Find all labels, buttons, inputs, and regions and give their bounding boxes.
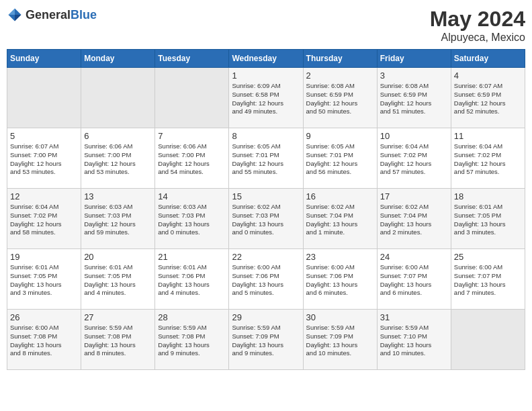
day-info: Sunrise: 6:05 AM Sunset: 7:01 PM Dayligh… <box>306 142 374 177</box>
day-info: Sunrise: 6:01 AM Sunset: 7:05 PM Dayligh… <box>454 203 522 237</box>
page-header: GeneralBlue May 2024 Alpuyeca, Mexico <box>7 7 525 44</box>
header-row: SundayMondayTuesdayWednesdayThursdayFrid… <box>7 50 525 68</box>
calendar-cell: 9Sunrise: 6:05 AM Sunset: 7:01 PM Daylig… <box>303 128 377 189</box>
day-info: Sunrise: 6:01 AM Sunset: 7:05 PM Dayligh… <box>10 263 78 298</box>
day-number: 14 <box>158 191 226 201</box>
week-row-2: 5Sunrise: 6:07 AM Sunset: 7:00 PM Daylig… <box>7 128 525 189</box>
day-info: Sunrise: 6:06 AM Sunset: 7:00 PM Dayligh… <box>158 142 226 177</box>
day-info: Sunrise: 6:08 AM Sunset: 6:59 PM Dayligh… <box>306 82 374 116</box>
calendar-cell: 17Sunrise: 6:02 AM Sunset: 7:04 PM Dayli… <box>377 189 451 249</box>
calendar-cell: 30Sunrise: 5:59 AM Sunset: 7:09 PM Dayli… <box>303 310 377 370</box>
calendar-cell: 11Sunrise: 6:04 AM Sunset: 7:02 PM Dayli… <box>451 128 525 189</box>
calendar-cell: 28Sunrise: 5:59 AM Sunset: 7:08 PM Dayli… <box>155 310 229 370</box>
day-number: 10 <box>380 131 448 141</box>
week-row-4: 19Sunrise: 6:01 AM Sunset: 7:05 PM Dayli… <box>7 249 525 310</box>
calendar-cell: 14Sunrise: 6:03 AM Sunset: 7:03 PM Dayli… <box>155 189 229 249</box>
day-info: Sunrise: 6:05 AM Sunset: 7:01 PM Dayligh… <box>232 142 300 177</box>
day-info: Sunrise: 6:00 AM Sunset: 7:06 PM Dayligh… <box>306 263 374 298</box>
calendar-cell: 27Sunrise: 5:59 AM Sunset: 7:08 PM Dayli… <box>81 310 155 370</box>
calendar-cell: 15Sunrise: 6:02 AM Sunset: 7:03 PM Dayli… <box>229 189 303 249</box>
day-number: 28 <box>158 312 226 322</box>
day-number: 7 <box>158 131 226 141</box>
day-info: Sunrise: 5:59 AM Sunset: 7:08 PM Dayligh… <box>158 324 226 358</box>
day-info: Sunrise: 6:02 AM Sunset: 7:04 PM Dayligh… <box>306 203 374 237</box>
header-day-thursday: Thursday <box>303 50 377 68</box>
day-info: Sunrise: 6:02 AM Sunset: 7:04 PM Dayligh… <box>380 203 448 237</box>
day-info: Sunrise: 5:59 AM Sunset: 7:10 PM Dayligh… <box>380 324 448 358</box>
calendar-cell: 26Sunrise: 6:00 AM Sunset: 7:08 PM Dayli… <box>7 310 81 370</box>
day-number: 31 <box>380 312 448 322</box>
calendar-cell: 20Sunrise: 6:01 AM Sunset: 7:05 PM Dayli… <box>81 249 155 310</box>
day-info: Sunrise: 6:03 AM Sunset: 7:03 PM Dayligh… <box>158 203 226 237</box>
calendar-cell <box>451 310 525 370</box>
day-number: 16 <box>306 191 374 201</box>
day-info: Sunrise: 6:07 AM Sunset: 6:59 PM Dayligh… <box>454 82 522 116</box>
day-info: Sunrise: 6:04 AM Sunset: 7:02 PM Dayligh… <box>454 142 522 177</box>
day-info: Sunrise: 6:07 AM Sunset: 7:00 PM Dayligh… <box>10 142 78 177</box>
day-number: 12 <box>10 191 78 201</box>
calendar-cell: 25Sunrise: 6:00 AM Sunset: 7:07 PM Dayli… <box>451 249 525 310</box>
day-number: 13 <box>84 191 152 201</box>
day-number: 20 <box>84 252 152 262</box>
calendar-cell: 19Sunrise: 6:01 AM Sunset: 7:05 PM Dayli… <box>7 249 81 310</box>
day-info: Sunrise: 6:02 AM Sunset: 7:03 PM Dayligh… <box>232 203 300 237</box>
day-number: 30 <box>306 312 374 322</box>
calendar-cell: 29Sunrise: 5:59 AM Sunset: 7:09 PM Dayli… <box>229 310 303 370</box>
day-number: 29 <box>232 312 300 322</box>
calendar-cell: 12Sunrise: 6:04 AM Sunset: 7:02 PM Dayli… <box>7 189 81 249</box>
day-number: 11 <box>454 131 522 141</box>
day-number: 4 <box>454 71 522 81</box>
day-info: Sunrise: 6:01 AM Sunset: 7:06 PM Dayligh… <box>158 263 226 298</box>
calendar-cell: 21Sunrise: 6:01 AM Sunset: 7:06 PM Dayli… <box>155 249 229 310</box>
day-number: 21 <box>158 252 226 262</box>
day-info: Sunrise: 6:04 AM Sunset: 7:02 PM Dayligh… <box>380 142 448 177</box>
day-number: 26 <box>10 312 78 322</box>
day-info: Sunrise: 6:00 AM Sunset: 7:06 PM Dayligh… <box>232 263 300 298</box>
week-row-1: 1Sunrise: 6:09 AM Sunset: 6:58 PM Daylig… <box>7 68 525 128</box>
calendar-cell: 22Sunrise: 6:00 AM Sunset: 7:06 PM Dayli… <box>229 249 303 310</box>
day-number: 8 <box>232 131 300 141</box>
header-day-friday: Friday <box>377 50 451 68</box>
logo-general: General <box>26 8 71 21</box>
day-number: 18 <box>454 191 522 201</box>
logo-blue: Blue <box>71 8 97 21</box>
header-day-monday: Monday <box>81 50 155 68</box>
calendar-cell: 10Sunrise: 6:04 AM Sunset: 7:02 PM Dayli… <box>377 128 451 189</box>
svg-marker-3 <box>8 15 15 21</box>
calendar-cell: 24Sunrise: 6:00 AM Sunset: 7:07 PM Dayli… <box>377 249 451 310</box>
day-number: 15 <box>232 191 300 201</box>
logo-text: GeneralBlue <box>26 8 97 22</box>
day-number: 2 <box>306 71 374 81</box>
week-row-5: 26Sunrise: 6:00 AM Sunset: 7:08 PM Dayli… <box>7 310 525 370</box>
day-number: 23 <box>306 252 374 262</box>
day-info: Sunrise: 6:09 AM Sunset: 6:58 PM Dayligh… <box>232 82 300 116</box>
calendar-header: SundayMondayTuesdayWednesdayThursdayFrid… <box>7 50 525 68</box>
day-info: Sunrise: 5:59 AM Sunset: 7:09 PM Dayligh… <box>306 324 374 358</box>
day-number: 1 <box>232 71 300 81</box>
day-number: 25 <box>454 252 522 262</box>
week-row-3: 12Sunrise: 6:04 AM Sunset: 7:02 PM Dayli… <box>7 189 525 249</box>
calendar-cell <box>155 68 229 128</box>
day-number: 3 <box>380 71 448 81</box>
calendar-cell: 3Sunrise: 6:08 AM Sunset: 6:59 PM Daylig… <box>377 68 451 128</box>
header-day-tuesday: Tuesday <box>155 50 229 68</box>
day-info: Sunrise: 6:04 AM Sunset: 7:02 PM Dayligh… <box>10 203 78 237</box>
header-day-sunday: Sunday <box>7 50 81 68</box>
calendar-cell: 1Sunrise: 6:09 AM Sunset: 6:58 PM Daylig… <box>229 68 303 128</box>
svg-marker-1 <box>15 15 21 21</box>
calendar-cell <box>7 68 81 128</box>
location: Alpuyeca, Mexico <box>430 32 525 44</box>
calendar-cell: 23Sunrise: 6:00 AM Sunset: 7:06 PM Dayli… <box>303 249 377 310</box>
day-number: 22 <box>232 252 300 262</box>
calendar-cell: 31Sunrise: 5:59 AM Sunset: 7:10 PM Dayli… <box>377 310 451 370</box>
day-info: Sunrise: 6:00 AM Sunset: 7:08 PM Dayligh… <box>10 324 78 358</box>
month-year: May 2024 <box>430 7 525 32</box>
logo-icon <box>7 7 23 23</box>
calendar-body: 1Sunrise: 6:09 AM Sunset: 6:58 PM Daylig… <box>7 68 525 370</box>
title-block: May 2024 Alpuyeca, Mexico <box>430 7 525 44</box>
calendar-cell: 7Sunrise: 6:06 AM Sunset: 7:00 PM Daylig… <box>155 128 229 189</box>
day-number: 19 <box>10 252 78 262</box>
day-number: 9 <box>306 131 374 141</box>
calendar-cell: 4Sunrise: 6:07 AM Sunset: 6:59 PM Daylig… <box>451 68 525 128</box>
svg-marker-0 <box>15 8 21 15</box>
